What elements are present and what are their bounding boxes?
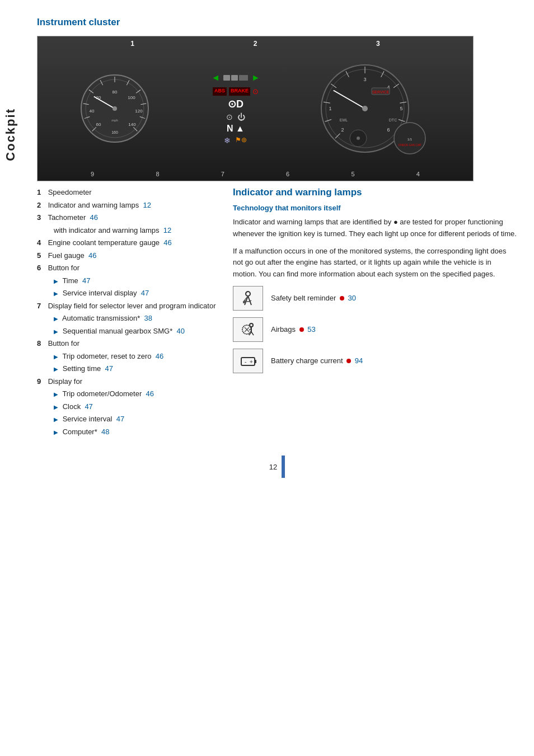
list-subitem: ▶ Automatic transmission* 38 (54, 313, 216, 324)
svg-text:3: 3 (363, 77, 366, 82)
svg-text:mph: mph (112, 119, 119, 122)
svg-point-48 (362, 106, 368, 111)
right-subsection-title: Technology that monitors itself (233, 204, 517, 212)
list-subitem: ▶ Clock 47 (54, 401, 216, 412)
right-column: Indicator and warning lamps Technology t… (233, 187, 517, 439)
page-link[interactable]: 48 (99, 428, 109, 436)
airbag-dot (299, 327, 304, 332)
svg-text:140: 140 (129, 122, 137, 127)
list-subitem: ▶ Service interval display 47 (54, 288, 216, 299)
lamp-row-seatbelt: Safety belt reminder 30 (233, 286, 517, 311)
svg-text:SERVICE: SERVICE (372, 90, 389, 94)
lamp-row-airbag: Airbags 53 (233, 317, 517, 342)
list-item: 8 Button for (37, 338, 216, 349)
page-number: 12 (269, 463, 277, 471)
list-item: 3 Tachometer 46 (37, 212, 216, 223)
svg-text:1/1: 1/1 (407, 138, 412, 141)
instrument-cluster-image: 1 2 3 (37, 36, 474, 181)
svg-text:160: 160 (112, 130, 119, 134)
battery-page-link[interactable]: 94 (355, 356, 363, 365)
list-subitem: ▶ Setting time 47 (54, 363, 216, 374)
svg-rect-68 (255, 360, 256, 363)
section-title: Instrument cluster (37, 17, 517, 28)
airbag-page-link[interactable]: 53 (307, 325, 315, 334)
list-item: 1 Speedometer (37, 187, 216, 198)
page-link[interactable]: 46 (153, 352, 163, 360)
svg-text:CHECK GAS CAP: CHECK GAS CAP (398, 143, 421, 147)
svg-text:2: 2 (341, 127, 344, 133)
page-link[interactable]: 12 (161, 226, 171, 234)
list-item: 6 Button for (37, 262, 216, 274)
svg-text:60: 60 (96, 122, 101, 127)
seatbelt-icon-box (233, 286, 263, 311)
tachometer-gauge: 3 4 5 6 7 2 1 SERVICE EML DTC (320, 55, 432, 162)
svg-text:+: + (250, 359, 253, 365)
dash-numbers-top: 1 2 3 (38, 40, 473, 48)
items-list: 1 Speedometer 2 Indicator and warning la… (37, 187, 216, 437)
svg-text:5: 5 (400, 106, 402, 111)
seatbelt-page-link[interactable]: 30 (348, 294, 356, 302)
list-item: 2 Indicator and warning lamps 12 (37, 200, 216, 211)
seatbelt-icon (239, 289, 257, 307)
svg-point-54 (246, 292, 250, 296)
page-number-area: 12 (37, 456, 517, 478)
seatbelt-dot (340, 296, 344, 300)
svg-text:80: 80 (113, 90, 118, 95)
body-text-2: If a malfunction occurs in one of the mo… (233, 246, 517, 280)
page-link[interactable]: 46 (88, 213, 98, 222)
battery-icon-box: - + (233, 349, 263, 373)
dash-numbers-bottom: 9 8 7 6 5 4 (38, 171, 473, 177)
battery-icon: - + (239, 352, 257, 370)
svg-text:-: - (245, 359, 246, 365)
page-link[interactable]: 47 (80, 276, 90, 285)
list-subitem: ▶ Time 47 (54, 275, 216, 287)
sidebar-cockpit-label: Cockpit (0, 45, 21, 224)
list-subitem: ▶ Sequential manual gearbox SMG* 40 (54, 326, 216, 337)
svg-point-22 (113, 106, 117, 111)
page-link[interactable]: 40 (175, 327, 185, 335)
airbag-lamp-desc: Airbags 53 (271, 325, 316, 334)
list-subitem: ▶ Trip odometer/Odometer 46 (54, 388, 216, 400)
page-link[interactable]: 47 (139, 289, 149, 297)
list-subitem: with indicator and warning lamps 12 (54, 225, 216, 236)
airbag-icon (239, 321, 257, 339)
seatbelt-lamp-desc: Safety belt reminder 30 (271, 294, 356, 302)
list-subitem: ▶ Trip odometer, reset to zero 46 (54, 351, 216, 362)
lamp-row-battery: - + Battery charge current 94 (233, 349, 517, 373)
svg-text:40: 40 (90, 109, 95, 114)
page-bar-indicator (282, 456, 285, 478)
page-link[interactable]: 46 (86, 251, 96, 260)
airbag-icon-box (233, 317, 263, 342)
svg-text:120: 120 (135, 109, 143, 114)
page-link[interactable]: 38 (142, 314, 152, 322)
page-link[interactable]: 46 (144, 389, 154, 398)
svg-rect-58 (243, 301, 246, 303)
list-item: 9 Display for (37, 376, 216, 387)
body-text-1: Indicator and warning lamps that are ide… (233, 217, 517, 240)
battery-lamp-desc: Battery charge current 94 (271, 356, 363, 365)
battery-dot (346, 359, 351, 363)
speedometer-gauge: 80 100 120 140 160 60 40 20 mph (78, 72, 151, 145)
page-link[interactable]: 47 (83, 402, 93, 411)
list-item: 4 Engine coolant temperature gauge 46 (37, 237, 216, 248)
page-link[interactable]: 47 (114, 415, 124, 423)
right-section-title: Indicator and warning lamps (233, 187, 517, 198)
svg-text:1: 1 (329, 106, 331, 111)
list-subitem: ▶ Computer* 48 (54, 426, 216, 438)
svg-point-53 (357, 137, 360, 140)
items-list-column: 1 Speedometer 2 Indicator and warning la… (37, 187, 216, 439)
svg-text:EML: EML (339, 118, 348, 122)
page-link[interactable]: 47 (103, 364, 113, 373)
svg-text:100: 100 (128, 95, 136, 100)
list-item: 5 Fuel gauge 46 (37, 250, 216, 261)
page-link[interactable]: 46 (162, 238, 172, 247)
svg-text:6: 6 (387, 127, 390, 133)
svg-text:DTC: DTC (388, 118, 396, 122)
svg-line-63 (251, 332, 254, 335)
list-item: 7 Display field for selector lever and p… (37, 300, 216, 312)
list-subitem: ▶ Service interval 47 (54, 414, 216, 425)
page-link[interactable]: 12 (141, 201, 151, 209)
